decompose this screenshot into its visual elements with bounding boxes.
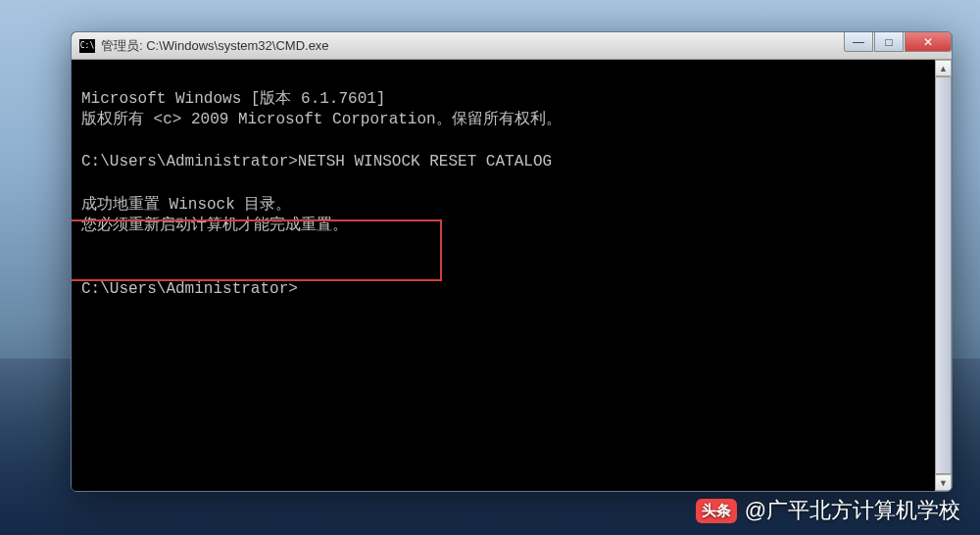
watermark: 头条 @广平北方计算机学校 bbox=[696, 496, 960, 525]
terminal-line: 版权所有 <c> 2009 Microsoft Corporation。保留所有… bbox=[81, 111, 562, 128]
watermark-badge: 头条 bbox=[696, 499, 737, 523]
close-button[interactable]: ✕ bbox=[905, 32, 952, 52]
maximize-button[interactable]: □ bbox=[874, 32, 904, 52]
terminal-result: 成功地重置 Winsock 目录。 bbox=[81, 196, 291, 214]
watermark-text: @广平北方计算机学校 bbox=[745, 496, 960, 525]
scroll-up-button[interactable]: ▲ bbox=[935, 60, 952, 76]
terminal-line: Microsoft Windows [版本 6.1.7601] bbox=[81, 90, 385, 108]
cmd-window: C:\ 管理员: C:\Windows\system32\CMD.exe — □… bbox=[71, 31, 953, 492]
scroll-track[interactable] bbox=[935, 76, 952, 474]
window-titlebar[interactable]: C:\ 管理员: C:\Windows\system32\CMD.exe — □… bbox=[72, 32, 952, 60]
window-title: 管理员: C:\Windows\system32\CMD.exe bbox=[101, 37, 329, 55]
terminal-result: 您必须重新启动计算机才能完成重置。 bbox=[81, 217, 348, 234]
scroll-down-button[interactable]: ▼ bbox=[935, 474, 952, 491]
terminal-output[interactable]: Microsoft Windows [版本 6.1.7601] 版权所有 <c>… bbox=[72, 60, 952, 491]
window-controls: — □ ✕ bbox=[843, 32, 952, 52]
vertical-scrollbar[interactable]: ▲ ▼ bbox=[935, 60, 952, 491]
terminal-prompt: C:\Users\Administrator>NETSH WINSOCK RES… bbox=[81, 153, 552, 170]
scroll-thumb[interactable] bbox=[935, 76, 952, 474]
minimize-button[interactable]: — bbox=[844, 32, 873, 52]
cmd-icon: C:\ bbox=[79, 39, 95, 53]
terminal-prompt: C:\Users\Administrator> bbox=[81, 280, 298, 298]
